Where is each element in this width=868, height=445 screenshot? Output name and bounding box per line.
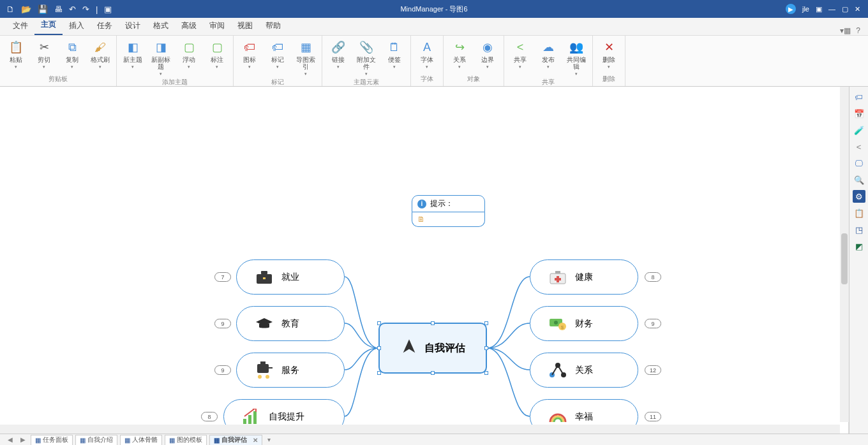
save-icon[interactable]: 💾 bbox=[38, 4, 48, 14]
ribbon-group: <共享▾☁发布▾👥共同编辑▾共享 bbox=[504, 36, 593, 86]
ribbon-button[interactable]: 🖌格式刷▾ bbox=[88, 38, 112, 73]
ribbon-label: 导图索引 bbox=[294, 56, 318, 70]
ribbon-icon: 🖌 bbox=[93, 40, 108, 55]
doc-tab-active[interactable]: ▦自我评估✕ bbox=[209, 435, 262, 445]
growth-chart-icon bbox=[242, 407, 261, 427]
help-icon[interactable]: ? bbox=[856, 26, 860, 35]
browser-panel-icon[interactable]: 🖵 bbox=[853, 157, 865, 170]
tab-next-icon[interactable]: ▶ bbox=[18, 436, 28, 443]
ribbon-options-icon[interactable]: ▾▦ bbox=[840, 26, 851, 35]
resource-panel-icon[interactable]: 🧪 bbox=[853, 124, 865, 136]
ribbon-button[interactable]: ✕删除▾ bbox=[597, 38, 621, 73]
topic-badge[interactable]: 12 bbox=[645, 365, 661, 375]
topic-employment[interactable]: 就业 bbox=[236, 259, 345, 295]
search-panel-icon[interactable]: 🔍 bbox=[853, 173, 865, 186]
tab-file[interactable]: 文件 bbox=[6, 17, 34, 35]
svg-point-17 bbox=[554, 321, 558, 325]
vertical-scrollbar[interactable] bbox=[840, 87, 849, 422]
ribbon-icon: ✂ bbox=[36, 40, 52, 55]
doc-tab[interactable]: ▦图的模板 bbox=[165, 435, 207, 445]
mindmap-canvas[interactable]: i 提示： 🗎 自我评估 就业 7 教育 9 服务 bbox=[0, 87, 849, 434]
settings-panel-icon[interactable]: ⚙ bbox=[853, 190, 865, 203]
svg-rect-15 bbox=[555, 278, 561, 281]
tab-view[interactable]: 视图 bbox=[231, 17, 259, 35]
central-topic[interactable]: 自我评估 bbox=[378, 323, 487, 374]
topic-badge[interactable]: 11 bbox=[645, 412, 661, 421]
ribbon-button[interactable]: ▢浮动▾ bbox=[177, 38, 201, 77]
ribbon-button[interactable]: 🏷图标▾ bbox=[237, 38, 262, 77]
medical-kit-icon bbox=[548, 268, 567, 287]
doc-tab[interactable]: ▦任务面板 bbox=[31, 435, 73, 445]
outlook-panel-icon[interactable]: ◳ bbox=[853, 223, 865, 236]
ribbon-button[interactable]: ◉边界▾ bbox=[475, 38, 500, 73]
ribbon-button[interactable]: 🗒便签▾ bbox=[382, 38, 407, 77]
topic-health[interactable]: 健康 bbox=[530, 259, 638, 295]
ribbon-button[interactable]: 👥共同编辑▾ bbox=[564, 38, 588, 77]
topic-badge[interactable]: 9 bbox=[214, 365, 231, 375]
tab-review[interactable]: 审阅 bbox=[203, 17, 231, 35]
clipboard-panel-icon[interactable]: 📋 bbox=[853, 207, 865, 219]
hint-callout[interactable]: i 提示： 🗎 bbox=[412, 195, 485, 227]
close-button[interactable]: ✕ bbox=[855, 5, 860, 13]
ribbon-label: 新主题 bbox=[123, 56, 142, 63]
topic-service[interactable]: 服务 bbox=[236, 353, 345, 388]
user-avatar-icon[interactable]: ▶ bbox=[786, 4, 796, 14]
ribbon-button[interactable]: A字体▾ bbox=[415, 38, 439, 73]
topic-badge[interactable]: 9 bbox=[214, 319, 231, 328]
ribbon-button[interactable]: ☁发布▾ bbox=[536, 38, 560, 77]
excel-panel-icon[interactable]: ◩ bbox=[853, 240, 865, 252]
tab-home[interactable]: 主页 bbox=[34, 15, 63, 35]
share-panel-icon[interactable]: < bbox=[853, 140, 865, 153]
open-icon[interactable]: 📂 bbox=[21, 4, 31, 14]
ribbon-group: ↪关系▾◉边界▾对象 bbox=[444, 36, 504, 86]
ribbon-button[interactable]: ◧新主题▾ bbox=[121, 38, 145, 77]
ribbon-button[interactable]: ↪关系▾ bbox=[447, 38, 472, 73]
topic-finance[interactable]: $ 财务 bbox=[530, 306, 638, 341]
maximize-button[interactable]: ▢ bbox=[842, 5, 848, 13]
topic-education[interactable]: 教育 bbox=[236, 306, 345, 341]
doc-tab[interactable]: ▦自我介绍 bbox=[75, 435, 117, 445]
tab-insert[interactable]: 插入 bbox=[63, 17, 91, 35]
tab-dropdown-icon[interactable]: ▾ bbox=[265, 436, 273, 443]
ribbon-button[interactable]: ▢标注▾ bbox=[205, 38, 229, 77]
ribbon-button[interactable]: 📋粘贴▾ bbox=[4, 38, 28, 73]
ribbon-button[interactable]: 📎附加文件▾ bbox=[354, 38, 378, 77]
topic-relationship[interactable]: 关系 bbox=[530, 353, 638, 388]
ribbon-group-title: 字体 bbox=[415, 73, 439, 85]
ribbon-toggle-icon[interactable]: ▣ bbox=[816, 5, 822, 13]
undo-icon[interactable]: ↶ bbox=[69, 4, 76, 14]
new-icon[interactable]: 🗋 bbox=[6, 4, 15, 14]
topic-badge[interactable]: 7 bbox=[214, 272, 231, 282]
svg-point-6 bbox=[258, 375, 262, 379]
ribbon-button[interactable]: ▦导图索引▾ bbox=[294, 38, 318, 77]
money-icon: $ bbox=[548, 314, 567, 333]
topic-badge[interactable]: 9 bbox=[645, 319, 661, 328]
ribbon-button[interactable]: <共享▾ bbox=[508, 38, 532, 77]
view-icon[interactable]: ▣ bbox=[104, 4, 112, 14]
tab-advanced[interactable]: 高级 bbox=[175, 17, 203, 35]
tab-prev-icon[interactable]: ◀ bbox=[5, 436, 15, 443]
tab-design[interactable]: 设计 bbox=[119, 17, 147, 35]
doc-tab[interactable]: ▦人体骨骼 bbox=[120, 435, 162, 445]
ribbon-button[interactable]: ⧉复制▾ bbox=[60, 38, 84, 73]
print-icon[interactable]: 🖶 bbox=[54, 4, 63, 14]
topic-label: 就业 bbox=[281, 272, 299, 283]
tags-panel-icon[interactable]: 🏷 bbox=[853, 91, 865, 103]
ribbon-group-title: 删除 bbox=[597, 73, 621, 85]
tab-help[interactable]: 帮助 bbox=[259, 17, 287, 35]
ribbon-button[interactable]: 🏷标记▾ bbox=[266, 38, 290, 77]
ribbon-button[interactable]: 🔗链接▾ bbox=[326, 38, 350, 77]
ribbon-button[interactable]: ✂剪切▾ bbox=[32, 38, 56, 73]
tab-format[interactable]: 格式 bbox=[147, 17, 175, 35]
minimize-button[interactable]: — bbox=[828, 5, 835, 13]
horizontal-scrollbar[interactable] bbox=[0, 425, 840, 434]
topic-badge[interactable]: 8 bbox=[645, 272, 661, 282]
ribbon-icon: 🏷 bbox=[270, 40, 285, 55]
ribbon-label: 共同编辑 bbox=[564, 56, 588, 70]
topic-badge[interactable]: 8 bbox=[201, 412, 218, 421]
tab-task[interactable]: 任务 bbox=[91, 17, 119, 35]
redo-icon[interactable]: ↷ bbox=[82, 4, 89, 14]
ribbon-label: 字体 bbox=[421, 56, 433, 63]
calendar-panel-icon[interactable]: 📅 bbox=[853, 107, 865, 120]
ribbon-button[interactable]: ◨新副标题▾ bbox=[149, 38, 173, 77]
